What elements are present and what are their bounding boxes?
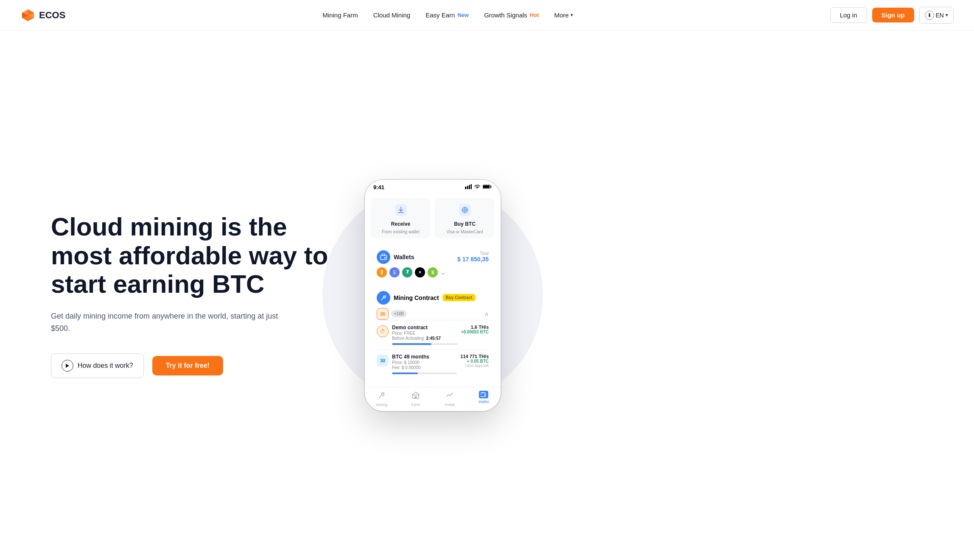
quick-actions: Receive From existing wallet Buy BTC Vis… <box>365 193 501 242</box>
hero-title: Cloud mining is the most affordable way … <box>51 213 348 298</box>
wallets-icon <box>377 250 390 264</box>
wallets-chevron-icon[interactable]: ⌄ <box>440 268 446 276</box>
demo-contract-th: 1,6 TH/s <box>461 325 489 330</box>
header: ECOS Mining Farm Cloud Mining Easy Earn … <box>0 0 974 31</box>
mining-icon <box>377 291 390 305</box>
mining-chevron-up-icon[interactable]: ∧ <box>484 311 489 317</box>
btc-contract-progress <box>392 372 457 374</box>
buy-btc-title: Buy BTC <box>454 221 476 227</box>
coin-row: ₿ Ξ ₮ ✕ $ ⌄ <box>377 267 489 277</box>
svg-rect-24 <box>484 395 485 396</box>
phone-frame: 9:41 <box>365 180 501 411</box>
demo-contract-progress <box>392 343 458 345</box>
svg-point-20 <box>381 393 384 395</box>
svg-rect-11 <box>471 184 472 189</box>
usdt-coin-icon: ₮ <box>402 267 412 277</box>
hero-actions: How does it work? Try it for free! <box>51 353 348 378</box>
receive-card[interactable]: Receive From existing wallet <box>371 198 431 238</box>
nav-cloud-mining[interactable]: Cloud Mining <box>367 8 417 22</box>
wifi-icon <box>474 184 481 190</box>
farm-tab-label: Farm <box>411 403 420 407</box>
receive-icon <box>395 204 407 218</box>
xrp-coin-icon: ✕ <box>415 267 425 277</box>
demo-contract-price: Price: FREE <box>392 331 458 336</box>
btc-contract-title: BTC 49 months <box>392 354 457 360</box>
svg-rect-8 <box>465 187 466 189</box>
logo[interactable]: ECOS <box>20 8 65 23</box>
nav-easy-earn[interactable]: Easy Earn New <box>420 8 475 22</box>
demo-contract-progress-fill <box>392 343 431 345</box>
btc-contract-btc: + 0.05 BTC <box>460 359 489 364</box>
btc-contract-price: Price: $ 10000 <box>392 360 457 365</box>
wallets-label: Wallets <box>394 254 414 260</box>
nav-tab-invest[interactable]: Invest <box>433 391 467 407</box>
status-bar: 9:41 <box>365 180 501 193</box>
chevron-down-icon: ▾ <box>571 12 573 18</box>
invest-tab-label: Invest <box>445 403 455 407</box>
nav-tab-farm[interactable]: Farm <box>399 391 433 407</box>
phone-bottom-nav: Mining Farm Invest <box>365 387 501 411</box>
mining-section: Mining Contract Buy Contract 30 +100 ∧ ⏱… <box>371 286 495 384</box>
usd-coin-icon: $ <box>428 267 438 277</box>
btc-contract-icon: 30 <box>377 355 389 367</box>
main-content: Cloud mining is the most affordable way … <box>0 31 974 560</box>
farm-tab-icon <box>411 391 420 401</box>
nav-more[interactable]: More ▾ <box>549 8 579 22</box>
header-actions: Log in Sign up ⬇ EN ▾ <box>830 7 954 24</box>
demo-contract-item: ⏱ Demo contract Price: FREE Before Activ… <box>377 320 489 349</box>
invest-tab-icon <box>445 391 454 401</box>
btc-contract-fee: Fee: $ 0.00000 <box>392 365 457 370</box>
mining-tab-icon <box>378 391 386 401</box>
btc-coin-icon: ₿ <box>377 267 387 277</box>
lang-selector[interactable]: ⬇ EN ▾ <box>919 7 954 24</box>
nav-tab-mining[interactable]: Mining <box>365 391 399 407</box>
nav-growth-signals[interactable]: Growth Signals Hot <box>478 8 545 22</box>
buy-btc-icon <box>459 204 471 218</box>
receive-title: Receive <box>391 221 410 227</box>
wallet-tab-label: Wallet <box>479 400 489 404</box>
buy-contract-badge[interactable]: Buy Contract <box>442 294 476 301</box>
wallet-tab-icon <box>479 391 488 398</box>
how-it-works-button[interactable]: How does it work? <box>51 353 144 378</box>
mining-title: Mining Contract <box>394 294 439 301</box>
signup-button[interactable]: Sign up <box>872 8 914 22</box>
eth-coin-icon: Ξ <box>389 267 400 277</box>
try-free-button[interactable]: Try it for free! <box>152 356 223 375</box>
buy-btc-subtitle: Visa or MasterCard <box>447 230 483 234</box>
svg-rect-13 <box>483 185 490 188</box>
demo-contract-icon: ⏱ <box>377 325 389 337</box>
main-nav: Mining Farm Cloud Mining Easy Earn New G… <box>316 8 579 22</box>
btc-contract-item: 30 BTC 49 months Price: $ 10000 Fee: $ 0… <box>377 349 489 378</box>
svg-point-19 <box>383 296 386 298</box>
play-icon <box>62 360 73 372</box>
phone-mockup: 9:41 <box>365 180 501 411</box>
lang-chevron-icon: ▾ <box>946 12 948 18</box>
hero-section: Cloud mining is the most affordable way … <box>51 213 348 378</box>
btc-contract-days: 1420 days left <box>460 364 489 368</box>
status-time: 9:41 <box>373 184 384 190</box>
demo-contract-btc: +0.00003 BTC <box>461 330 489 334</box>
demo-contract-title: Demo contract <box>392 325 458 330</box>
contract-number-badge: 30 <box>377 308 389 320</box>
contract-count-row: 30 +100 ∧ <box>377 308 489 320</box>
hero-subtitle: Get daily mining income from anywhere in… <box>51 310 288 335</box>
demo-contract-time: 2:45:57 <box>426 336 441 341</box>
total-label: Total <box>457 251 489 256</box>
more-contracts-badge: +100 <box>391 310 407 317</box>
total-value: $ 17 850,35 <box>457 256 489 263</box>
svg-rect-9 <box>467 186 468 189</box>
nav-mining-farm[interactable]: Mining Farm <box>316 8 364 22</box>
wallets-section: Wallets Total $ 17 850,35 ₿ Ξ ₮ ✕ $ ⌄ <box>371 245 495 283</box>
login-button[interactable]: Log in <box>830 7 867 23</box>
btc-contract-progress-fill <box>392 372 418 374</box>
nav-tab-wallet[interactable]: Wallet <box>467 391 501 407</box>
buy-btc-card[interactable]: Buy BTC Visa or MasterCard <box>435 198 495 238</box>
svg-rect-22 <box>415 396 417 398</box>
mining-tab-label: Mining <box>376 403 388 407</box>
badge-new: New <box>457 12 469 18</box>
svg-rect-18 <box>384 257 386 258</box>
logo-text: ECOS <box>39 10 65 21</box>
badge-hot: Hot <box>530 12 539 18</box>
demo-contract-before: Before Activating: 2:45:57 <box>392 336 458 341</box>
btc-contract-th: 114 771 TH/s <box>460 354 489 359</box>
